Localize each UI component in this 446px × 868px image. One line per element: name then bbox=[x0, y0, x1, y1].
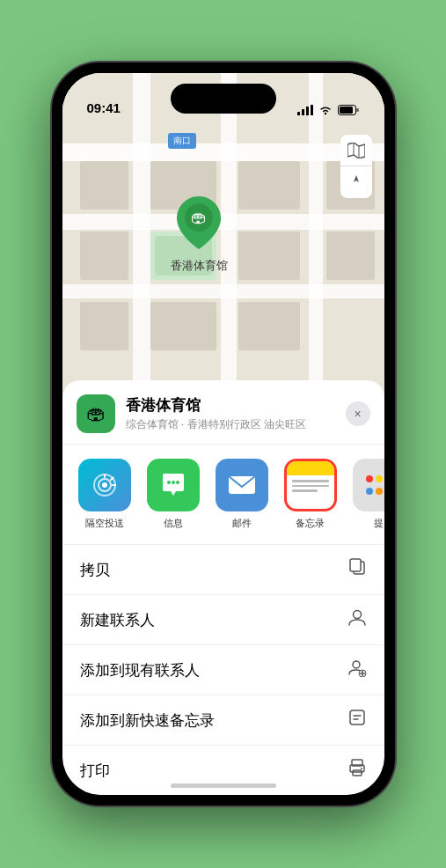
print-label: 打印 bbox=[80, 761, 110, 781]
share-row: 隔空投送 信息 bbox=[62, 445, 384, 545]
mail-icon bbox=[216, 459, 268, 511]
map-north-label: 南口 bbox=[168, 133, 196, 149]
map-type-button[interactable] bbox=[340, 135, 372, 166]
svg-point-4 bbox=[324, 113, 325, 114]
dynamic-island bbox=[171, 84, 276, 114]
share-item-messages[interactable]: 信息 bbox=[145, 459, 201, 530]
svg-point-38 bbox=[353, 611, 361, 619]
battery-icon bbox=[338, 105, 360, 115]
svg-point-34 bbox=[176, 481, 179, 484]
mail-label: 邮件 bbox=[232, 517, 252, 530]
svg-rect-24 bbox=[326, 232, 375, 280]
new-contact-label: 新建联系人 bbox=[80, 610, 155, 630]
share-item-mail[interactable]: 邮件 bbox=[214, 459, 270, 530]
airdrop-icon bbox=[78, 459, 131, 511]
svg-rect-43 bbox=[350, 710, 364, 725]
print-svg bbox=[347, 758, 367, 777]
wifi-icon bbox=[318, 105, 333, 115]
action-item-new-contact[interactable]: 新建联系人 bbox=[62, 595, 384, 645]
signal-icon bbox=[297, 105, 313, 115]
svg-rect-14 bbox=[309, 73, 323, 425]
svg-rect-21 bbox=[80, 302, 128, 350]
add-existing-label: 添加到现有联系人 bbox=[80, 660, 200, 680]
venue-icon: 🏟 bbox=[77, 394, 115, 433]
svg-rect-2 bbox=[306, 107, 309, 115]
airdrop-svg bbox=[90, 470, 120, 500]
notes-icon-inner bbox=[287, 461, 334, 509]
pin-svg: 🏟 bbox=[177, 196, 221, 249]
svg-rect-1 bbox=[302, 109, 304, 115]
location-button[interactable] bbox=[340, 166, 372, 198]
add-existing-icon bbox=[347, 658, 367, 682]
svg-point-31 bbox=[102, 482, 107, 488]
svg-rect-0 bbox=[297, 112, 300, 115]
status-icons bbox=[297, 105, 360, 115]
phone-frame: 09:41 bbox=[52, 63, 395, 805]
share-item-more[interactable]: 提 bbox=[351, 459, 384, 530]
venue-subtitle: 综合体育馆 · 香港特别行政区 油尖旺区 bbox=[126, 417, 346, 432]
home-indicator bbox=[171, 783, 276, 788]
map-type-icon bbox=[347, 143, 365, 158]
status-time: 09:41 bbox=[87, 100, 121, 115]
messages-icon bbox=[147, 459, 200, 511]
share-item-notes[interactable]: 备忘录 bbox=[282, 459, 339, 530]
close-button[interactable]: × bbox=[346, 401, 370, 426]
svg-rect-6 bbox=[340, 107, 353, 114]
svg-point-33 bbox=[172, 481, 175, 484]
mail-svg bbox=[227, 473, 257, 497]
phone-screen: 09:41 bbox=[62, 73, 384, 795]
add-notes-label: 添加到新快速备忘录 bbox=[80, 710, 215, 731]
svg-rect-17 bbox=[238, 161, 300, 210]
action-item-add-existing[interactable]: 添加到现有联系人 bbox=[62, 645, 384, 695]
pin-label: 香港体育馆 bbox=[171, 258, 228, 274]
svg-point-32 bbox=[167, 481, 171, 484]
svg-rect-7 bbox=[356, 108, 359, 112]
more-icon bbox=[353, 459, 384, 511]
venue-name: 香港体育馆 bbox=[126, 395, 346, 416]
new-contact-svg bbox=[347, 607, 367, 627]
svg-rect-12 bbox=[133, 73, 150, 425]
share-item-airdrop[interactable]: 隔空投送 bbox=[77, 459, 133, 530]
new-contact-icon bbox=[347, 607, 367, 632]
add-notes-icon bbox=[347, 708, 367, 732]
more-label: 提 bbox=[374, 517, 384, 530]
action-list: 拷贝 新建联系人 bbox=[62, 545, 384, 795]
venue-info: 香港体育馆 综合体育馆 · 香港特别行政区 油尖旺区 bbox=[126, 395, 346, 432]
svg-rect-37 bbox=[350, 559, 361, 571]
copy-svg bbox=[347, 557, 367, 577]
svg-point-49 bbox=[361, 768, 362, 769]
notes-label: 备忘录 bbox=[296, 517, 325, 530]
close-icon: × bbox=[354, 407, 361, 421]
add-notes-svg bbox=[347, 708, 367, 727]
location-icon bbox=[348, 174, 364, 190]
svg-rect-3 bbox=[311, 105, 313, 115]
svg-rect-15 bbox=[80, 161, 128, 210]
location-pin: 🏟 香港体育馆 bbox=[171, 196, 228, 274]
add-existing-svg bbox=[347, 658, 367, 677]
action-item-copy[interactable]: 拷贝 bbox=[62, 545, 384, 595]
map-controls[interactable] bbox=[340, 135, 372, 198]
bottom-sheet: 🏟 香港体育馆 综合体育馆 · 香港特别行政区 油尖旺区 × bbox=[62, 380, 384, 795]
map-area: 南口 bbox=[62, 73, 384, 425]
copy-label: 拷贝 bbox=[80, 560, 110, 580]
messages-svg bbox=[158, 470, 188, 500]
print-icon bbox=[347, 758, 367, 783]
notes-icon-wrapper bbox=[284, 459, 337, 511]
notes-lines bbox=[287, 475, 334, 509]
svg-rect-23 bbox=[238, 302, 300, 350]
svg-rect-48 bbox=[353, 770, 362, 776]
airdrop-label: 隔空投送 bbox=[85, 517, 124, 530]
action-item-add-notes[interactable]: 添加到新快速备忘录 bbox=[62, 695, 384, 746]
map-label-text: 南口 bbox=[173, 136, 191, 145]
venue-header: 🏟 香港体育馆 综合体育馆 · 香港特别行政区 油尖旺区 × bbox=[62, 394, 384, 445]
svg-rect-22 bbox=[150, 302, 216, 350]
svg-rect-18 bbox=[80, 232, 128, 280]
svg-rect-20 bbox=[238, 232, 300, 280]
svg-text:🏟: 🏟 bbox=[191, 209, 207, 226]
copy-icon bbox=[347, 557, 367, 582]
svg-point-39 bbox=[353, 661, 360, 668]
messages-label: 信息 bbox=[164, 517, 183, 530]
